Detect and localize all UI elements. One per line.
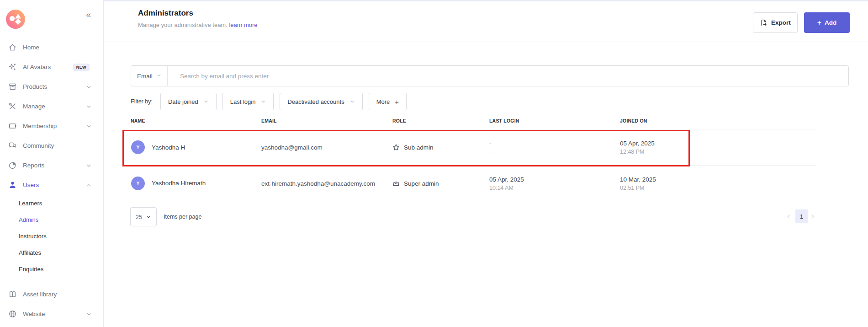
items-per-page-label: Items per page xyxy=(164,214,201,220)
tools-icon xyxy=(8,102,17,111)
crown-icon xyxy=(392,180,400,187)
sidebar-item-learners[interactable]: Learners xyxy=(0,195,103,211)
sidebar-item-reports[interactable]: Reports xyxy=(0,155,103,175)
chevron-down-icon xyxy=(86,311,92,317)
filter-bar: Filter by: Date joined Last login Deacti… xyxy=(131,93,413,110)
search-field-value: Email xyxy=(137,73,153,80)
star-icon xyxy=(392,144,400,151)
sidebar-item-ai-avatars[interactable]: AI Avatars NEW xyxy=(0,57,103,77)
sidebar-item-label: Website xyxy=(23,311,45,317)
sidebar-item-label: Products xyxy=(23,83,47,90)
last-login-cell: - - xyxy=(489,140,492,155)
filter-deactivated-accounts[interactable]: Deactivated accounts xyxy=(280,93,362,110)
role-cell: Super admin xyxy=(392,180,439,187)
chevron-down-icon xyxy=(86,84,92,90)
admins-table: NAME EMAIL ROLE LAST LOGIN JOINED ON Y Y… xyxy=(126,114,815,201)
brand-logo[interactable] xyxy=(6,10,25,29)
export-button[interactable]: Export xyxy=(753,12,798,33)
sidebar-item-manage[interactable]: Manage xyxy=(0,96,103,116)
avatar: Y xyxy=(131,177,145,190)
pie-chart-icon xyxy=(8,161,17,170)
sidebar-item-home[interactable]: Home xyxy=(0,38,103,57)
joined-time: 12:48 PM xyxy=(620,149,655,155)
sidebar-collapse-button[interactable]: « xyxy=(86,10,91,19)
home-icon xyxy=(8,43,17,52)
table-row[interactable]: Y Yashodha H yashodha@gmail.com Sub admi… xyxy=(126,129,815,166)
chevron-down-icon xyxy=(260,99,266,104)
plus-icon: + xyxy=(395,98,399,105)
chevron-down-icon xyxy=(146,214,151,220)
sub-item-label: Learners xyxy=(19,200,42,207)
sidebar-item-label: AI Avatars xyxy=(23,64,51,70)
sub-item-label: Affiliates xyxy=(19,249,41,256)
filter-label-text: More xyxy=(376,98,390,105)
sidebar-item-asset-library[interactable]: Asset library xyxy=(0,284,103,304)
last-login-date: 05 Apr, 2025 xyxy=(489,176,524,182)
filter-last-login[interactable]: Last login xyxy=(222,93,274,110)
chevron-down-icon xyxy=(349,99,355,104)
column-header-name: NAME xyxy=(131,118,145,123)
sidebar-item-admins[interactable]: Admins xyxy=(0,211,103,228)
sidebar-item-label: Home xyxy=(23,44,39,51)
table-row[interactable]: Y Yashodha Hiremath ext-hiremath.yashodh… xyxy=(126,166,815,201)
column-header-joined-on: JOINED ON xyxy=(620,118,647,123)
search-input[interactable] xyxy=(168,66,848,86)
pagination-next-button[interactable]: › xyxy=(811,211,814,220)
last-login-time: 10:14 AM xyxy=(489,184,524,191)
filter-label-text: Last login xyxy=(230,98,256,105)
sidebar-item-affiliates[interactable]: Affiliates xyxy=(0,244,103,261)
sub-item-label: Instructors xyxy=(19,233,47,240)
sidebar-nav: Home AI Avatars NEW Products Manage Memb… xyxy=(0,38,103,324)
chevron-down-icon xyxy=(86,123,92,129)
sidebar-item-enquiries[interactable]: Enquiries xyxy=(0,261,103,277)
window-top-edge xyxy=(0,0,868,1)
sidebar-item-membership[interactable]: Membership xyxy=(0,116,103,136)
admin-page: « Home AI Avatars NEW Products Manage xyxy=(0,0,868,327)
sidebar-item-label: Asset library xyxy=(23,291,57,298)
search-bar: Email xyxy=(131,65,849,86)
search-field-selector[interactable]: Email xyxy=(131,66,168,86)
graphy-logo-icon xyxy=(6,10,25,29)
community-chat-icon xyxy=(8,141,17,150)
joined-time: 02:51 PM xyxy=(620,184,656,191)
sidebar-item-label: Community xyxy=(23,142,54,149)
pagination-current-page[interactable]: 1 xyxy=(795,209,808,223)
sidebar-item-label: Manage xyxy=(23,103,45,110)
sidebar: « Home AI Avatars NEW Products Manage xyxy=(0,0,104,327)
sidebar-item-products[interactable]: Products xyxy=(0,77,103,96)
filter-more-button[interactable]: More + xyxy=(369,93,407,110)
learn-more-link[interactable]: learn more xyxy=(229,21,257,28)
membership-card-icon xyxy=(8,122,17,130)
last-login-date: - xyxy=(489,140,492,147)
chevron-down-icon xyxy=(86,162,92,168)
admin-name: Yashodha Hiremath xyxy=(152,180,206,187)
column-header-role: ROLE xyxy=(392,118,406,123)
filter-date-joined[interactable]: Date joined xyxy=(160,93,217,110)
sidebar-item-instructors[interactable]: Instructors xyxy=(0,228,103,244)
admin-name: Yashodha H xyxy=(152,144,185,151)
sidebar-item-website[interactable]: Website xyxy=(0,304,103,324)
products-box-icon xyxy=(8,82,17,91)
subtitle-text: Manage your administrative team. xyxy=(138,21,228,28)
sidebar-item-users[interactable]: Users xyxy=(0,175,103,195)
pagination-prev-button[interactable]: ‹ xyxy=(787,211,790,220)
name-cell: Y Yashodha Hiremath xyxy=(131,177,206,190)
sub-item-label: Enquiries xyxy=(19,266,43,273)
add-button[interactable]: + Add xyxy=(804,12,850,33)
joined-date: 05 Apr, 2025 xyxy=(620,140,655,147)
items-per-page-select[interactable]: 25 xyxy=(130,207,157,226)
filter-label-text: Deactivated accounts xyxy=(287,98,344,105)
chevron-up-icon xyxy=(86,182,92,188)
sub-item-label: Admins xyxy=(19,216,38,223)
sidebar-item-label: Reports xyxy=(23,162,44,169)
last-login-cell: 05 Apr, 2025 10:14 AM xyxy=(489,176,524,191)
sparkles-icon xyxy=(8,63,17,71)
sidebar-item-label: Membership xyxy=(23,123,57,129)
role-label: Super admin xyxy=(404,180,439,187)
page-title: Administrators xyxy=(138,9,193,18)
sidebar-item-community[interactable]: Community xyxy=(0,136,103,155)
joined-date: 10 Mar, 2025 xyxy=(620,176,656,182)
filter-label-text: Date joined xyxy=(168,98,198,105)
chevron-down-icon xyxy=(86,103,92,109)
role-label: Sub admin xyxy=(404,144,434,151)
